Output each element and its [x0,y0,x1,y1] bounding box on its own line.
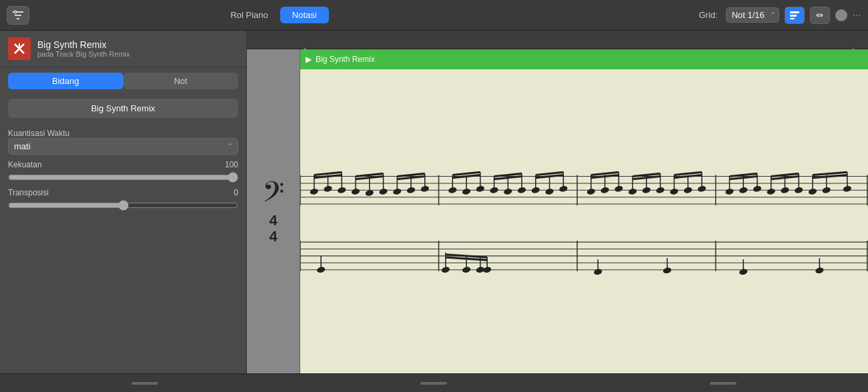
svg-rect-10 [300,142,868,301]
quantize-row: Kuantisasi Waktu mati [8,129,238,155]
bottom-bar [0,373,868,392]
filter-button[interactable] [7,6,29,25]
quantize-label: Kuantisasi Waktu [8,129,238,138]
score-staves [300,69,868,373]
strength-label: Kekuatan [8,160,42,169]
clef-area: 𝄢 4 4 [262,49,284,373]
play-icon: ▶ [306,55,312,64]
score-region: ▶ Big Synth Remix [300,49,868,69]
piano-roll-area: 3 4 𝄢 4 4 ▶ Big Synt [247,31,868,373]
not-button[interactable]: Not [123,73,239,89]
tab-notation[interactable]: Notasi [280,7,329,23]
piano-keys-col: 𝄢 4 4 [247,49,300,373]
quantize-select-wrapper: mati [8,138,238,155]
bottom-handle-right[interactable] [710,382,737,385]
toolbar-right: Grid: Not 1/16 ⇔ ··· [699,7,861,24]
score-area[interactable]: ▶ Big Synth Remix [300,49,868,373]
grid-select[interactable]: Not 1/16 [726,7,779,23]
time-signature: 4 4 [269,213,277,245]
svg-rect-4 [790,11,799,13]
main-area: Big Synth Remix pada Track Big Synth Rem… [0,31,868,373]
param-section: Kuantisasi Waktu mati Kekuatan 100 Tra [0,122,246,217]
view-tabs: Rol Piano Notasi [217,5,330,25]
region-name-button[interactable]: Big Synth Remix [8,99,238,118]
tab-piano-roll[interactable]: Rol Piano [218,7,280,23]
more-icon[interactable]: ··· [853,9,861,21]
piano-roll-content[interactable]: 𝄢 4 4 ▶ Big Synth Remix [247,49,868,373]
bass-clef: 𝄢 [262,178,284,213]
score-svg [300,69,868,373]
track-header: Big Synth Remix pada Track Big Synth Rem… [0,31,246,67]
transpose-row: Transposisi 0 [8,188,238,211]
track-sub: pada Track Big Synth Remix [37,50,130,58]
segment-buttons: Bidang Not [8,73,238,89]
svg-rect-5 [790,15,797,17]
toolbar-left [7,6,29,25]
align-button[interactable] [785,7,805,24]
bottom-handle-center[interactable] [420,382,447,385]
track-icon [8,37,31,60]
strength-header: Kekuatan 100 [8,160,238,169]
grid-select-wrapper: Not 1/16 [726,7,779,23]
transpose-header: Transposisi 0 [8,188,238,197]
toolbar: Rol Piano Notasi Grid: Not 1/16 ⇔ ··· [0,0,868,31]
grid-label: Grid: [699,10,717,20]
strength-slider[interactable] [8,172,238,183]
transpose-slider[interactable] [8,200,238,211]
bottom-handle-left[interactable] [131,382,158,385]
svg-rect-6 [790,18,795,19]
ruler: 3 4 [247,31,868,49]
region-label: Big Synth Remix [316,55,375,64]
svg-point-3 [14,11,17,13]
transpose-value: 0 [234,188,238,197]
bidang-button[interactable]: Bidang [8,73,123,89]
track-info: Big Synth Remix pada Track Big Synth Rem… [37,39,130,58]
left-panel: Big Synth Remix pada Track Big Synth Rem… [0,31,247,373]
track-name: Big Synth Remix [37,39,130,50]
mode-circle[interactable] [835,9,847,21]
quantize-select[interactable]: mati [8,138,238,155]
strength-value: 100 [225,160,238,169]
toolbar-center: Rol Piano Notasi [217,5,330,25]
strength-row: Kekuatan 100 [8,160,238,183]
transpose-label: Transposisi [8,188,49,197]
expand-button[interactable]: ⇔ [810,7,830,24]
